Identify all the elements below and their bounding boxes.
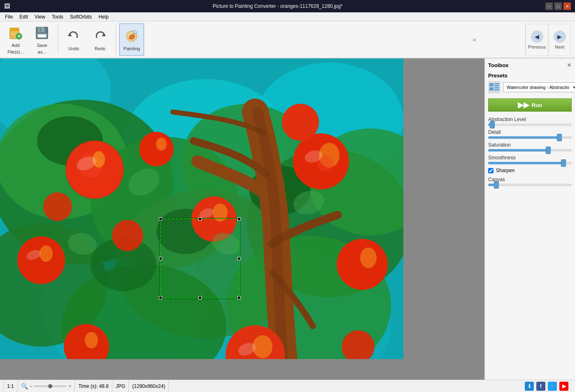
presets-dropdown[interactable]: Watercolor drawing - Abstractio (503, 82, 575, 92)
social-icons: ℹ f 🐦 ▶ (525, 382, 572, 391)
saturation-fill (488, 149, 548, 152)
saturation-thumb[interactable] (546, 147, 551, 154)
toolbox-header: Toolbox ✕ (488, 62, 572, 68)
abstraction-level-slider[interactable] (488, 124, 572, 126)
twitter-icon[interactable]: 🐦 (548, 382, 557, 391)
abstraction-level-label: Abstraction Level (488, 117, 572, 122)
svg-point-57 (43, 192, 72, 221)
save-as-button[interactable]: Save as... (30, 23, 54, 56)
zoom-plus-icon[interactable]: + (68, 383, 71, 389)
info-icon[interactable]: ℹ (525, 382, 534, 391)
sharpen-label[interactable]: Sharpen (496, 168, 514, 173)
menu-edit[interactable]: Edit (16, 13, 31, 21)
undo-icon (65, 28, 82, 44)
menu-view[interactable]: View (31, 13, 49, 21)
save-as-label2: as... (38, 49, 47, 54)
sharpen-checkbox[interactable] (488, 168, 494, 173)
painting-icon (123, 28, 140, 44)
sharpen-row: Sharpen (488, 168, 572, 173)
svg-point-46 (40, 245, 53, 262)
dimensions-section: (1280x960x24) (129, 380, 169, 392)
toolbar-separator-2 (116, 25, 116, 54)
smoothness-section: Smoothness (488, 155, 572, 164)
add-files-button[interactable]: + + Add File(s)... (3, 23, 28, 56)
add-files-label2: File(s)... (7, 49, 24, 54)
youtube-icon[interactable]: ▶ (559, 382, 568, 391)
facebook-icon[interactable]: f (536, 382, 545, 391)
detail-section: Detail (488, 129, 572, 139)
redo-icon (92, 28, 108, 44)
svg-point-54 (156, 138, 167, 151)
toolbar-separator-1 (58, 25, 58, 54)
zoom-decrease-icon[interactable]: 🔍 (21, 383, 28, 390)
main-area: Toolbox ✕ Presets Watercolor (0, 58, 575, 380)
svg-rect-1 (10, 28, 19, 31)
menu-softorbits[interactable]: SoftOrbits (67, 13, 95, 21)
undo-label: Undo (68, 46, 79, 51)
titlebar: 🖼 Picture to Painting Converter - orange… (0, 0, 575, 12)
save-as-label: Save (37, 43, 47, 48)
zoom-control[interactable]: 🔍 – + (18, 380, 75, 392)
add-files-label: Add (12, 43, 20, 48)
redo-button[interactable]: Redo (88, 23, 112, 56)
close-button[interactable]: ✕ (563, 2, 571, 10)
time-section: Time (s): 48.8 (75, 380, 112, 392)
titlebar-title: Picture to Painting Converter - oranges-… (10, 3, 545, 9)
toolbox-close-button[interactable]: ✕ (567, 62, 572, 68)
toolbox-panel: Toolbox ✕ Presets Watercolor (484, 58, 575, 380)
zoom-ratio: 1:1 (3, 380, 18, 392)
svg-text:+: + (18, 33, 21, 39)
svg-rect-71 (494, 85, 499, 86)
painting-button[interactable]: Painting (119, 23, 144, 56)
next-label: Next (555, 44, 564, 49)
redo-label: Redo (95, 46, 105, 51)
time-value: 48.8 (99, 383, 109, 389)
smoothness-thumb[interactable] (561, 159, 566, 167)
canvas-area[interactable] (0, 58, 484, 380)
svg-rect-70 (494, 83, 499, 84)
detail-slider[interactable] (488, 136, 572, 139)
toolbar-expand[interactable]: » (473, 36, 476, 43)
zoom-track[interactable] (34, 385, 67, 387)
painting-canvas (0, 58, 403, 359)
statusbar: 1:1 🔍 – + Time (s): 48.8 JPG (1280x960x2… (0, 380, 575, 392)
nav-buttons: ◀ Previous ▶ Next (525, 21, 571, 58)
svg-point-45 (17, 236, 65, 284)
app-icon: 🖼 (4, 3, 10, 9)
canvas-slider[interactable] (488, 184, 572, 186)
minimize-button[interactable]: ─ (545, 2, 553, 10)
undo-button[interactable]: Undo (61, 23, 86, 56)
run-button[interactable]: ▶▶ Run (488, 98, 572, 112)
zoom-thumb[interactable] (48, 384, 52, 388)
smoothness-fill (488, 162, 563, 164)
smoothness-slider[interactable] (488, 162, 572, 164)
add-files-icon: + + (7, 25, 24, 41)
toolbar: + + Add File(s)... Save as... (0, 21, 575, 58)
presets-icon (488, 81, 501, 93)
zoom-minus-icon[interactable]: – (30, 383, 33, 389)
next-arrow-icon: ▶ (554, 30, 566, 43)
next-button[interactable]: ▶ Next (548, 24, 571, 56)
maximize-button[interactable]: □ (554, 2, 562, 10)
previous-button[interactable]: ◀ Previous (526, 24, 548, 56)
svg-rect-69 (489, 87, 494, 91)
menu-help[interactable]: Help (95, 13, 112, 21)
canvas-label: Canvas (488, 177, 572, 182)
svg-point-52 (360, 247, 377, 268)
presets-section: Presets Watercolor drawing - Abstractio (488, 72, 572, 93)
saturation-label: Saturation (488, 142, 572, 148)
save-as-icon (34, 25, 50, 41)
canvas-thumb[interactable] (494, 181, 499, 189)
time-label: Time (s): (78, 383, 98, 389)
menu-file[interactable]: File (2, 13, 16, 21)
menu-tools[interactable]: Tools (49, 13, 67, 21)
abstraction-level-thumb[interactable] (490, 121, 495, 128)
toolbox-title: Toolbox (488, 62, 509, 68)
svg-point-50 (85, 332, 98, 348)
svg-rect-14 (134, 31, 136, 32)
saturation-slider[interactable] (488, 149, 572, 152)
run-label: Run (532, 102, 542, 108)
detail-thumb[interactable] (557, 134, 562, 141)
svg-point-48 (253, 335, 272, 358)
format-label: JPG (116, 383, 125, 389)
